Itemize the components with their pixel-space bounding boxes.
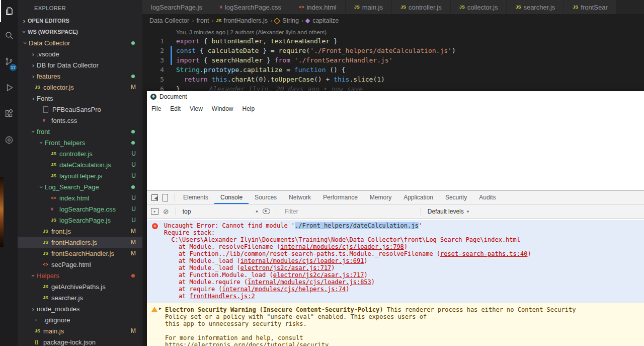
breadcrumb-item-fronthandlers-js[interactable]: JSfrontHandlers.js: [216, 17, 268, 24]
tree-folder-log-search-page[interactable]: ›Log_Search_Page: [18, 181, 142, 192]
tree-folder-front[interactable]: ›front: [18, 126, 142, 137]
tab-searcher-js[interactable]: JSsearcher.js: [507, 0, 564, 14]
stack-frame-link[interactable]: frontHandlers.js:2: [190, 293, 255, 300]
tab-frontsear[interactable]: JSfrontSear: [564, 0, 617, 14]
tab-label: logSearchPage.css: [225, 4, 281, 11]
stack-frame-link[interactable]: internal/modules/cjs/loader.js:691: [240, 257, 364, 264]
tree-folder-data-collector[interactable]: ›Data Collector: [18, 37, 142, 48]
menu-view[interactable]: View: [185, 105, 207, 112]
code-line[interactable]: 5 return this.charAt(0).to­UpperCase() +…: [142, 75, 644, 84]
tree-file-gitignore[interactable]: ○.gitignore: [18, 314, 142, 325]
menu-window[interactable]: Window: [207, 105, 238, 112]
stack-frame-link[interactable]: reset-search-paths.ts:40: [440, 250, 527, 257]
line-number[interactable]: 3: [142, 55, 164, 65]
log-levels-selector[interactable]: Default levels ▾: [428, 208, 469, 215]
line-number[interactable]: 2: [142, 46, 164, 55]
devtools-tab-audits[interactable]: Audits: [473, 191, 502, 204]
tree-file-main-js[interactable]: JSmain.jsM: [18, 325, 142, 336]
code-line[interactable]: 4String.prototype.capitalize = function …: [142, 65, 644, 75]
security-doc-link[interactable]: https://electronjs.org/docs/tutorial/sec…: [147, 341, 644, 346]
clear-console-icon[interactable]: ⊘: [163, 208, 169, 215]
live-expression-icon[interactable]: [263, 209, 270, 214]
devtools-tab-application[interactable]: Application: [397, 191, 439, 204]
tree-file-package-lock-json[interactable]: {}package-lock.json: [18, 336, 142, 346]
stack-frame-link[interactable]: internal/modules/cjs/loader.js:798: [280, 243, 404, 250]
tree-file-index-html[interactable]: <>index.htmlU: [18, 192, 142, 203]
chevron-right-icon: ›: [30, 61, 37, 69]
run-debug-icon[interactable]: [0, 75, 18, 101]
tab-index-html[interactable]: <>index.html: [290, 0, 346, 14]
chevron-down-icon: ›: [30, 128, 37, 135]
breadcrumb-item-data-collector[interactable]: Data Collector: [149, 17, 189, 24]
context-selector[interactable]: top ▾: [183, 208, 258, 215]
code-editor[interactable]: You, 3 minutes ago | 2 authors (Alexande…: [142, 27, 644, 94]
tree-folder-front-helpers[interactable]: ›Front_helpers: [18, 137, 142, 148]
tab-collector-js[interactable]: JScollector.js: [451, 0, 507, 14]
devtools-tab-network[interactable]: Network: [283, 191, 317, 204]
expand-arrow-icon[interactable]: ▶: [159, 306, 162, 311]
code-line[interactable]: 2const { calculateDate } = require('./Fr…: [142, 46, 644, 55]
source-control-icon[interactable]: 17: [0, 48, 18, 75]
tree-file-layouthelper-js[interactable]: JSlayoutHelper.jsU: [18, 170, 142, 181]
tab-label: index.html: [306, 4, 336, 11]
tree-file-secpage-html[interactable]: <>secPage.html: [18, 259, 142, 270]
extensions-icon[interactable]: [0, 101, 18, 127]
code-line[interactable]: 1export { buttonHandler, textAreaHandler…: [142, 36, 644, 46]
tree-file-frontsearchhandler-js[interactable]: JSfrontSearchHandler.jsM: [18, 248, 142, 259]
line-number[interactable]: 1: [142, 36, 164, 46]
tree-folder-features[interactable]: ›features: [18, 71, 142, 82]
device-toolbar-icon[interactable]: [163, 194, 168, 201]
stack-frame-link[interactable]: internal/modules/cjs/helpers.js:74: [222, 286, 346, 293]
menu-file[interactable]: File: [147, 105, 166, 112]
breadcrumb-item-front[interactable]: front: [196, 17, 209, 24]
tab-logsearchpage-css[interactable]: #logSearchPage.css: [211, 0, 290, 14]
tab-main-js[interactable]: JSmain.js: [346, 0, 392, 14]
search-icon[interactable]: [0, 22, 18, 48]
tree-file-datecalculation-js[interactable]: JSdateCalculation.jsU: [18, 159, 142, 170]
tree-folder-node-modules[interactable]: ›node_modules: [18, 303, 142, 314]
tree-file-collector-js[interactable]: JScollector.jsM: [18, 82, 142, 93]
tree-folder-db-for-data-collector[interactable]: ›DB for Data Collector: [18, 59, 142, 71]
menu-edit[interactable]: Edit: [166, 105, 185, 112]
tree-folder-helpers[interactable]: ›Helpers: [18, 270, 142, 281]
tree-file-logsearchpage-css[interactable]: #logSearchPage.cssU: [18, 203, 142, 215]
tree-folder-fonts[interactable]: ›Fonts: [18, 93, 142, 104]
tree-file-getarchivepaths-js[interactable]: JSgetArchivePaths.js: [18, 281, 142, 292]
tree-file-searcher-js[interactable]: JSsearcher.js: [18, 292, 142, 303]
line-number[interactable]: 4: [142, 65, 164, 75]
tab-controller-js[interactable]: JScontroller.js: [392, 0, 451, 14]
open-editors-section[interactable]: › OPEN EDITORS: [18, 15, 142, 26]
console-filter-input[interactable]: [284, 207, 414, 216]
tree-file-logsearchpage-js[interactable]: JSlogSearchPage.jsU: [18, 215, 142, 226]
line-number[interactable]: 5: [142, 75, 164, 84]
stack-frame-link[interactable]: internal/modules/cjs/loader.js:853: [248, 279, 371, 286]
workspace-section[interactable]: › WS (WORKSPACE): [18, 26, 142, 37]
files-icon[interactable]: [0, 0, 18, 22]
devtools-tab-memory[interactable]: Memory: [364, 191, 397, 204]
tree-file-controller-js[interactable]: JScontroller.jsU: [18, 148, 142, 159]
tree-file-pfbeausanspro[interactable]: PFBeauSansPro: [18, 104, 142, 115]
devtools-tab-performance[interactable]: Performance: [317, 191, 364, 204]
devtools-tab-sources[interactable]: Sources: [249, 191, 283, 204]
menu-help[interactable]: Help: [238, 105, 260, 112]
stack-frame-link[interactable]: electron/js2c/asar.js:717: [273, 271, 364, 279]
chevron-down-icon: ›: [30, 272, 37, 279]
stack-frame: at Module._load (electron/js2c/asar.js:7…: [147, 264, 644, 271]
devtools-tab-elements[interactable]: Elements: [177, 191, 214, 204]
tree-item-label: Data Collector: [29, 39, 70, 47]
breadcrumb-item-string[interactable]: String: [275, 17, 299, 24]
code-line[interactable]: 3import { searchHandler } from './frontS…: [142, 55, 644, 65]
stack-frame-link[interactable]: electron/js2c/asar.js:717: [240, 264, 332, 271]
devtools-tab-security[interactable]: Security: [439, 191, 473, 204]
console-sidebar-icon[interactable]: ▸: [151, 208, 158, 215]
tree-file-front-js[interactable]: JSfront.jsM: [18, 226, 142, 237]
tree-file-fonts-css[interactable]: #fonts.css: [18, 115, 142, 126]
inspect-element-icon[interactable]: [151, 194, 158, 201]
breadcrumb-item-capitalize[interactable]: capitalize: [306, 17, 339, 24]
tab-logsearchpage-js[interactable]: logSearchPage.js: [142, 0, 211, 14]
tree-file-fronthandlers-js[interactable]: JSfrontHandlers.jsM: [18, 237, 142, 248]
devtools-tab-console[interactable]: Console: [214, 191, 249, 204]
code-lines: 1export { buttonHandler, textAreaHandler…: [142, 36, 644, 94]
remote-explorer-icon[interactable]: [0, 127, 18, 153]
tree-folder-vscode[interactable]: ›.vscode: [18, 48, 142, 59]
